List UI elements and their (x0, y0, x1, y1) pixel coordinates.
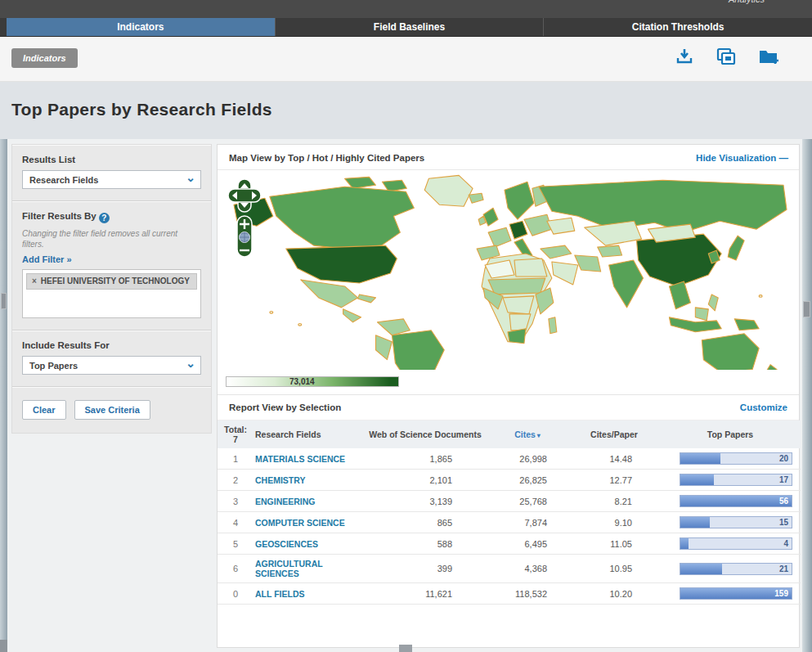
tab-citation-thresholds[interactable]: Citation Thresholds (543, 18, 812, 36)
row-documents: 865 (364, 512, 487, 533)
row-cites: 26,998 (487, 448, 568, 470)
tab-field-baselines[interactable]: Field Baselines (275, 18, 544, 36)
toolbar: Indicators (0, 37, 812, 82)
clear-button[interactable]: Clear (22, 400, 66, 420)
row-cites: 4,368 (487, 555, 568, 583)
world-map-area (218, 170, 799, 373)
row-rank: 0 (218, 583, 253, 605)
active-filters-box: × HEFEI UNIVERSITY OF TECHNOLOGY (22, 269, 201, 318)
table-row: 4 COMPUTER SCIENCE 865 7,874 9.10 15 (218, 512, 801, 533)
main-panel: Map View by Top / Hot / Highly Cited Pap… (217, 144, 800, 648)
table-header-row: Total:7 Research Fields Web of Science D… (218, 420, 801, 448)
results-list-dropdown[interactable]: Research Fields ⌄ (22, 170, 201, 189)
table-row: 0 ALL FIELDS 11,621 118,532 10.20 159 (218, 583, 801, 605)
row-top-papers: 20 (660, 448, 801, 470)
include-results-label: Include Results For (22, 340, 201, 350)
tab-indicators[interactable]: Indicators (7, 18, 275, 36)
top-papers-bar-fill (680, 496, 792, 506)
print-icon[interactable] (716, 47, 737, 70)
include-results-dropdown[interactable]: Top Papers ⌄ (22, 356, 201, 375)
top-papers-value: 21 (779, 564, 788, 573)
research-field-link[interactable]: MATERIALS SCIENCE (255, 454, 345, 464)
top-papers-value: 20 (779, 454, 788, 463)
column-wos-documents: Web of Science Documents (364, 420, 487, 448)
brand-text: Analytics (729, 0, 765, 4)
table-row: 1 MATERIALS SCIENCE 1,865 26,998 14.48 2… (218, 448, 801, 470)
row-cites-per-paper: 10.95 (568, 555, 660, 583)
filters-sidebar: Results List Research Fields ⌄ Filter Re… (11, 144, 212, 434)
save-criteria-button[interactable]: Save Criteria (74, 400, 150, 420)
report-view-title: Report View by Selection (229, 402, 341, 412)
top-papers-bar: 20 (680, 452, 792, 465)
row-top-papers: 17 (660, 470, 801, 491)
row-top-papers: 56 (660, 491, 801, 512)
top-papers-bar: 21 (680, 563, 792, 575)
research-field-link[interactable]: AGRICULTURAL SCIENCES (255, 559, 362, 578)
row-documents: 588 (364, 533, 487, 555)
results-list-section: Results List Research Fields ⌄ (12, 145, 211, 201)
results-list-value: Research Fields (29, 175, 98, 185)
row-cites-per-paper: 10.20 (568, 583, 660, 605)
column-cites-sort[interactable]: Cites▾ (487, 420, 568, 448)
filter-chip[interactable]: × HEFEI UNIVERSITY OF TECHNOLOGY (26, 273, 197, 290)
row-top-papers: 4 (660, 533, 801, 555)
top-papers-bar-fill (680, 474, 714, 485)
add-filter-link[interactable]: Add Filter » (22, 254, 201, 264)
row-cites-per-paper: 11.05 (568, 533, 660, 555)
customize-link[interactable]: Customize (740, 402, 787, 412)
content-area: Results List Research Fields ⌄ Filter Re… (0, 139, 812, 652)
include-results-section: Include Results For Top Papers ⌄ (12, 330, 211, 387)
research-field-link[interactable]: GEOSCIENCES (255, 539, 318, 549)
bottom-scrollbar-thumb[interactable] (399, 645, 412, 652)
column-total: Total:7 (218, 420, 253, 448)
choropleth-world-map[interactable] (222, 173, 793, 370)
chevron-down-icon: ⌄ (186, 173, 195, 182)
row-cites: 118,532 (487, 583, 568, 605)
row-cites-per-paper: 12.77 (568, 470, 660, 491)
left-bottom-scrollbar-thumb[interactable] (0, 640, 7, 652)
map-view-header: Map View by Top / Hot / Highly Cited Pap… (218, 145, 799, 170)
remove-filter-icon[interactable]: × (32, 277, 37, 286)
title-band: Top Papers by Research Fields (0, 82, 812, 139)
right-scrollbar[interactable] (802, 139, 812, 652)
download-icon[interactable] (675, 47, 694, 70)
row-field: ALL FIELDS (253, 583, 364, 605)
map-pan-zoom-controls[interactable] (227, 178, 262, 260)
top-papers-bar: 159 (680, 587, 792, 600)
row-documents: 399 (364, 555, 487, 583)
hide-visualization-link[interactable]: Hide Visualization — (696, 153, 787, 163)
legend-max-value: 73,014 (289, 377, 315, 386)
research-field-link[interactable]: COMPUTER SCIENCE (255, 518, 345, 528)
report-table-body: 1 MATERIALS SCIENCE 1,865 26,998 14.48 2… (218, 448, 801, 605)
help-icon[interactable]: ? (99, 213, 110, 223)
research-field-link[interactable]: ALL FIELDS (255, 589, 304, 599)
add-to-folder-icon[interactable] (758, 47, 781, 70)
report-view-header: Report View by Selection Customize (218, 394, 799, 420)
left-scrollbar-thumb[interactable] (1, 293, 7, 309)
row-field: GEOSCIENCES (253, 533, 364, 555)
top-papers-bar: 15 (680, 516, 792, 528)
row-cites: 7,874 (487, 512, 568, 533)
row-cites: 26,825 (487, 470, 568, 491)
table-row: 2 CHEMISTRY 2,101 26,825 12.77 17 (218, 470, 801, 491)
research-field-link[interactable]: ENGINEERING (255, 497, 316, 506)
minus-icon: — (779, 153, 788, 163)
row-cites: 25,768 (487, 491, 568, 512)
top-app-bar: Analytics (0, 0, 812, 18)
filter-results-label: Filter Results By? (22, 211, 201, 223)
page-title: Top Papers by Research Fields (11, 100, 272, 119)
main-tab-bar: Indicators Field Baselines Citation Thre… (0, 18, 812, 37)
sort-desc-icon: ▾ (537, 432, 541, 439)
row-field: COMPUTER SCIENCE (253, 512, 364, 533)
row-top-papers: 21 (660, 555, 801, 583)
top-papers-bar-fill (680, 538, 689, 549)
row-rank: 4 (218, 512, 253, 533)
top-papers-bar-fill (680, 453, 720, 464)
top-papers-bar: 4 (680, 537, 792, 550)
left-scrollbar[interactable] (0, 139, 7, 652)
top-papers-bar: 17 (680, 474, 792, 486)
right-scrollbar-thumb[interactable] (803, 301, 810, 317)
research-field-link[interactable]: CHEMISTRY (255, 475, 305, 485)
breadcrumb-indicators-button[interactable]: Indicators (11, 48, 78, 68)
row-rank: 5 (218, 533, 253, 555)
